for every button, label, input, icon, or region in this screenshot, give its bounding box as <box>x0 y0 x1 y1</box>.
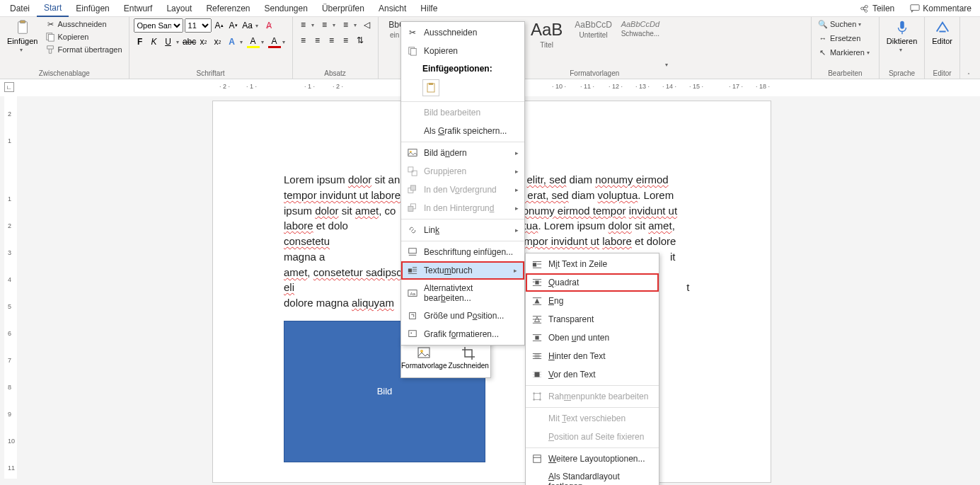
style-item[interactable]: AaBbCcDdSchwache... <box>618 18 662 39</box>
numbering-button[interactable]: ≡ <box>318 18 331 31</box>
align-left-button[interactable]: ≡ <box>297 34 310 47</box>
ctx-save-as-graphic[interactable]: Als Grafik speichern... <box>401 122 524 140</box>
ctx-edit-image: Bild bearbeiten <box>401 103 524 122</box>
font-name-select[interactable]: Open Sans <box>134 18 183 33</box>
wrap-behind[interactable]: Hinter den Text <box>526 347 659 365</box>
tab-einfuegen[interactable]: Einfügen <box>69 1 116 16</box>
replace-button[interactable]: ↔Ersetzen <box>816 33 863 44</box>
wrap-square-icon <box>531 277 543 288</box>
wrap-square[interactable]: Quadrat <box>526 273 659 292</box>
text-effects-button[interactable]: A <box>226 35 238 48</box>
clear-format-button[interactable]: A̷ <box>263 19 275 32</box>
tab-referenzen[interactable]: Referenzen <box>199 1 257 16</box>
cut-button[interactable]: ✂ Ausschneiden <box>43 18 124 30</box>
tab-datei[interactable]: Datei <box>3 1 37 16</box>
tab-layout[interactable]: Layout <box>159 1 199 16</box>
superscript-button[interactable]: x2 <box>212 35 224 48</box>
style-item[interactable]: AaBbCcDUntertitel <box>572 18 616 40</box>
wrap-inline[interactable]: Mit Text in Zeile <box>526 255 659 273</box>
comments-button[interactable]: Kommentare <box>904 2 977 15</box>
share-button[interactable]: Teilen <box>854 2 900 15</box>
chevron-down-icon[interactable]: ▾ <box>858 21 864 28</box>
chevron-down-icon[interactable]: ▾ <box>261 39 267 45</box>
align-right-button[interactable]: ≡ <box>325 34 338 47</box>
format-icon <box>407 329 418 340</box>
bullets-button[interactable]: ≡ <box>297 18 310 31</box>
svg-point-29 <box>410 332 412 333</box>
chevron-down-icon[interactable]: ▾ <box>20 47 25 53</box>
justify-button[interactable]: ≡ <box>340 34 352 47</box>
wrap-top-bottom[interactable]: Oben und unten <box>526 329 659 347</box>
tab-sendungen[interactable]: Sendungen <box>258 1 315 16</box>
tab-start[interactable]: Start <box>37 0 69 17</box>
multilevel-button[interactable]: ≡ <box>340 18 352 31</box>
change-case-button[interactable]: Aa <box>241 19 254 32</box>
wrap-tight[interactable]: Eng <box>526 292 659 310</box>
italic-button[interactable]: K <box>148 35 161 48</box>
style-item[interactable]: AaBTitel <box>525 18 569 50</box>
svg-rect-4 <box>49 35 54 42</box>
tab-entwurf[interactable]: Entwurf <box>117 1 160 16</box>
copy-button[interactable]: Kopieren <box>43 31 124 42</box>
svg-rect-64 <box>418 348 430 358</box>
chevron-down-icon[interactable]: ▾ <box>240 39 246 45</box>
font-color-button[interactable]: A <box>268 35 281 48</box>
decrease-indent-button[interactable]: ◁ <box>361 18 374 31</box>
wrap-set-default[interactable]: Als Standardlayout festlegen <box>526 468 659 485</box>
ctx-alt-text[interactable]: AaAlternativtext bearbeiten... <box>401 280 524 307</box>
ctx-copy[interactable]: Kopieren <box>401 42 524 60</box>
chevron-down-icon[interactable]: ▾ <box>255 23 261 29</box>
ctx-format-graphic[interactable]: Grafik formatieren... <box>401 325 524 343</box>
select-button[interactable]: ↖Markieren▾ <box>816 47 875 58</box>
chevron-down-icon[interactable]: ▾ <box>354 22 359 28</box>
grow-font-button[interactable]: A▴ <box>213 19 226 32</box>
chevron-down-icon[interactable]: ▾ <box>282 39 288 45</box>
svg-point-59 <box>539 392 541 394</box>
ctx-change-image[interactable]: Bild ändern▸ <box>401 144 524 162</box>
copy-icon <box>407 45 418 57</box>
styles-expand-button[interactable]: ▾ <box>665 62 671 68</box>
wrap-in-front[interactable]: Vor den Text <box>526 365 659 384</box>
bold-button[interactable]: F <box>134 35 146 48</box>
shrink-font-button[interactable]: A▾ <box>227 19 240 32</box>
chevron-down-icon[interactable]: ▾ <box>867 50 872 56</box>
format-painter-button[interactable]: Format übertragen <box>43 44 124 55</box>
wrap-more-options[interactable]: Weitere Layoutoptionen... <box>526 450 659 468</box>
svg-rect-17 <box>408 206 413 211</box>
chevron-right-icon: ▸ <box>515 227 519 234</box>
vertical-ruler[interactable]: 2 1 1 2 3 4 5 6 7 8 9 10 11 <box>4 96 17 479</box>
chevron-down-icon[interactable]: ▾ <box>899 47 905 53</box>
underline-button[interactable]: U <box>162 35 175 48</box>
align-center-button[interactable]: ≡ <box>311 34 324 47</box>
paste-button[interactable]: Einfügen ▾ <box>4 18 40 55</box>
highlight-button[interactable]: A <box>247 35 260 48</box>
ctx-caption[interactable]: Beschriftung einfügen... <box>401 243 524 261</box>
wrap-through[interactable]: Transparent <box>526 310 659 329</box>
dictate-button[interactable]: Diktieren ▾ <box>884 18 920 55</box>
tab-ansicht[interactable]: Ansicht <box>371 1 413 16</box>
ctx-size-position[interactable]: Größe und Position... <box>401 307 524 325</box>
group-editing-label: Bearbeiten <box>816 68 875 79</box>
chevron-down-icon[interactable]: ▾ <box>176 39 182 45</box>
image-label: Bild <box>377 386 393 396</box>
subscript-button[interactable]: x2 <box>197 35 210 48</box>
ctx-link[interactable]: Link▸ <box>401 221 524 239</box>
chevron-down-icon[interactable]: ▾ <box>311 22 317 28</box>
tab-ueberpruefen[interactable]: Überprüfen <box>315 1 371 16</box>
tab-selector[interactable]: ∟ <box>4 82 14 92</box>
font-size-select[interactable]: 11 <box>185 18 212 33</box>
ctx-cut[interactable]: ✂Ausschneiden <box>401 23 524 42</box>
editor-button[interactable]: Editor <box>929 18 955 47</box>
collapse-ribbon[interactable]: ˄ <box>960 17 980 79</box>
send-back-icon <box>407 202 418 214</box>
edit-points-icon <box>531 391 543 402</box>
find-button[interactable]: 🔍Suchen▾ <box>816 18 866 30</box>
group-voice-label: Sprache <box>884 68 920 79</box>
line-spacing-button[interactable]: ⇅ <box>354 34 367 47</box>
tab-hilfe[interactable]: Hilfe <box>413 1 444 16</box>
strikethrough-button[interactable]: abc <box>183 35 196 48</box>
paste-keep-source-button[interactable] <box>422 79 439 96</box>
chevron-down-icon[interactable]: ▾ <box>333 22 338 28</box>
ctx-text-wrap[interactable]: Textumbruch▸ <box>401 261 524 280</box>
replace-icon: ↔ <box>818 33 828 43</box>
